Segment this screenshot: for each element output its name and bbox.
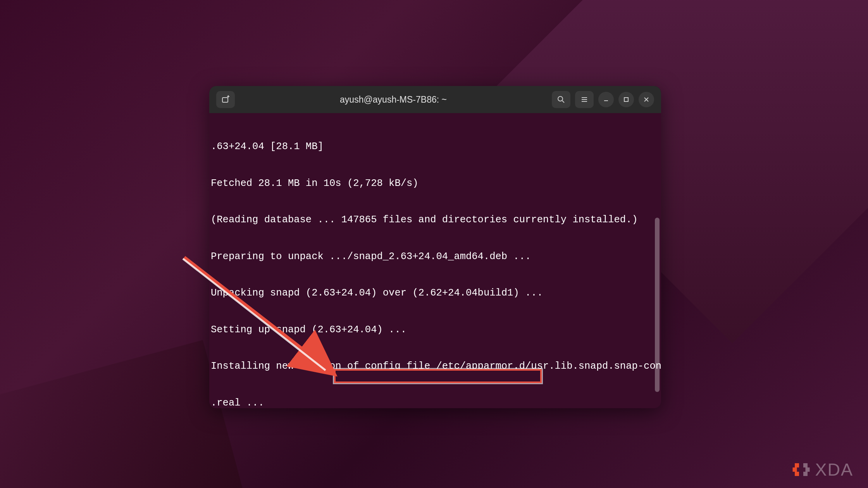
terminal-output-line: Installing new version of config file /e… <box>209 360 661 373</box>
terminal-output-line: .real ... <box>209 397 661 409</box>
maximize-icon <box>623 97 629 102</box>
titlebar-left <box>216 91 235 108</box>
terminal-output-line: Fetched 28.1 MB in 10s (2,728 kB/s) <box>209 177 661 190</box>
terminal-output-line: Setting up snapd (2.63+24.04) ... <box>209 324 661 336</box>
terminal-output-line: (Reading database ... 147865 files and d… <box>209 214 661 226</box>
hamburger-icon <box>580 96 588 103</box>
watermark: XDA <box>790 459 853 480</box>
maximize-button[interactable] <box>618 92 634 107</box>
terminal-output-line: .63+24.04 [28.1 MB] <box>209 141 661 153</box>
window-titlebar: ayush@ayush-MS-7B86: ~ <box>209 86 661 113</box>
search-button[interactable] <box>552 91 570 108</box>
minimize-button[interactable] <box>598 92 614 107</box>
watermark-icon <box>790 459 812 480</box>
svg-point-3 <box>558 96 563 101</box>
new-tab-icon <box>221 95 230 104</box>
window-title: ayush@ayush-MS-7B86: ~ <box>235 95 552 105</box>
menu-button[interactable] <box>575 91 594 108</box>
terminal-content[interactable]: .63+24.04 [28.1 MB] Fetched 28.1 MB in 1… <box>209 113 661 408</box>
terminal-window: ayush@ayush-MS-7B86: ~ <box>209 86 661 408</box>
svg-line-4 <box>562 101 564 103</box>
terminal-output-line: Preparing to unpack .../snapd_2.63+24.04… <box>209 251 661 263</box>
terminal-scrollbar[interactable] <box>655 218 660 392</box>
close-button[interactable] <box>639 92 654 107</box>
watermark-text: XDA <box>815 460 853 480</box>
svg-rect-9 <box>624 98 628 101</box>
titlebar-right <box>552 91 654 108</box>
terminal-output-line: Unpacking snapd (2.63+24.04) over (2.62+… <box>209 287 661 299</box>
minimize-icon <box>603 97 609 102</box>
close-icon <box>644 97 649 102</box>
search-icon <box>557 96 565 103</box>
svg-rect-0 <box>222 98 228 102</box>
new-tab-button[interactable] <box>216 91 235 108</box>
